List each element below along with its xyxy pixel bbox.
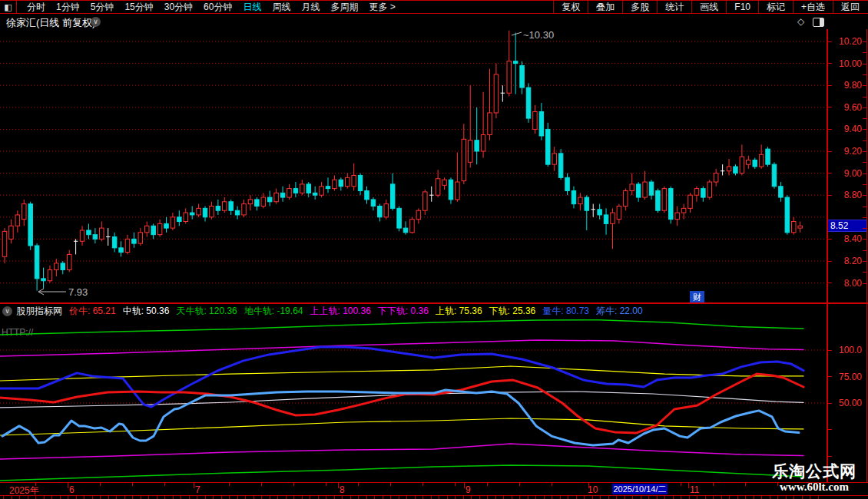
timeline-bottom-tick <box>197 496 197 499</box>
timeline-bottom-tick <box>479 496 480 499</box>
price-axis-label: 8.20 <box>844 256 862 266</box>
action-button[interactable]: 多股 <box>622 1 657 13</box>
timeline-bottom-tick <box>277 496 278 499</box>
timeline-bottom-tick <box>181 496 181 499</box>
indicator-line-天牛轨 <box>0 320 803 335</box>
indicator-chart[interactable]: HTTP:// <box>0 319 827 482</box>
indicator-axis: 100.075.0050.00 <box>827 304 868 482</box>
timeline-bottom-tick <box>689 496 690 499</box>
legend-item: 天牛轨: 120.36 <box>176 305 237 318</box>
timeline-bottom-tick <box>463 496 464 499</box>
axis-tick <box>828 173 832 173</box>
period-tab[interactable]: 月线 <box>296 1 325 14</box>
period-tab[interactable]: 周线 <box>267 1 296 14</box>
period-tab[interactable]: 60分钟 <box>198 1 237 14</box>
action-button[interactable]: F10 <box>726 1 758 13</box>
timeline-bottom-tick <box>84 496 84 499</box>
timeline-bottom-tick <box>616 496 617 499</box>
action-button[interactable]: 统计 <box>657 1 691 13</box>
timeline-bottom-tick <box>439 496 439 499</box>
timeline-tick-major <box>194 483 194 488</box>
period-tab[interactable]: 30分钟 <box>159 1 198 14</box>
axis-tick <box>828 129 832 130</box>
period-tab[interactable]: 5分钟 <box>85 1 120 14</box>
timeline-bottom-tick <box>576 496 577 499</box>
timeline-bottom-tick <box>245 496 246 499</box>
timeline-tick-minor <box>552 483 552 486</box>
indicator-axis-label: 100.0 <box>839 345 862 355</box>
timeline-bottom-tick <box>519 496 520 499</box>
timeline-bottom-tick <box>221 496 222 499</box>
period-tab[interactable]: 多周期 <box>325 1 363 14</box>
period-tab[interactable]: 更多 > <box>363 1 400 14</box>
price-axis: 8.52 10.2010.009.809.609.409.209.008.808… <box>827 29 868 304</box>
axis-tick <box>828 283 832 283</box>
diamond-icon[interactable]: ◇ <box>797 16 804 27</box>
timeline-bottom-tick <box>92 496 93 499</box>
timeline-bottom-tick <box>342 496 343 499</box>
timeline-tick-minor <box>100 483 101 486</box>
timeline-bottom-tick <box>68 496 68 499</box>
timeline-bottom-tick <box>261 496 262 499</box>
timeline-bottom-tick <box>673 496 674 499</box>
timeline-label: 9 <box>465 484 471 495</box>
candlestick-chart[interactable]: ~10.307.93财 <box>0 29 827 304</box>
timeline-tick-minor <box>326 483 326 486</box>
layout-icon[interactable]: ◧ <box>0 1 17 13</box>
period-tab[interactable]: 1分钟 <box>51 1 85 14</box>
chevron-down-icon[interactable]: ∨ <box>91 17 101 27</box>
top-toolbar: ◧ 分时1分钟5分钟15分钟30分钟60分钟日线周线月线多周期更多 > 复权叠加… <box>0 0 868 14</box>
timeline-bottom-tick <box>12 496 12 499</box>
timeline-tick-minor <box>455 483 456 486</box>
timeline-bottom-tick <box>544 496 545 499</box>
last-price-box: 8.52 <box>827 220 867 232</box>
timeline-bottom-tick <box>624 496 625 499</box>
timeline-bottom-tick <box>786 496 787 499</box>
timeline-bottom-tick <box>568 496 568 499</box>
period-menu: 分时1分钟5分钟15分钟30分钟60分钟日线周线月线多周期更多 > <box>17 1 401 14</box>
timeline-bottom-tick <box>100 496 101 499</box>
period-tab[interactable]: 分时 <box>22 1 51 14</box>
timeline-tick-major <box>338 483 339 488</box>
price-axis-label: 9.80 <box>844 80 862 91</box>
indicator-line-筹牛 <box>2 390 799 445</box>
timeline-bottom-tick <box>600 496 601 499</box>
price-axis-label: 10.00 <box>839 58 862 69</box>
action-button[interactable]: 标记 <box>758 1 793 13</box>
axis-tick <box>828 350 832 351</box>
svg-text:7.93: 7.93 <box>68 286 88 298</box>
timeline-tick-minor <box>422 483 423 486</box>
timeline-bottom-tick <box>632 496 633 499</box>
action-button[interactable]: +自选 <box>793 1 833 13</box>
action-button[interactable]: 返回 <box>833 1 867 13</box>
timeline-label: 2025年 <box>9 484 39 497</box>
panel-toggle-icon[interactable] <box>813 18 824 27</box>
timeline-bottom-tick <box>51 496 52 499</box>
timeline-bottom-tick <box>132 496 133 499</box>
timeline-bottom-tick <box>754 496 754 499</box>
timeline-bottom-tick <box>334 496 335 499</box>
timeline-bottom-tick <box>229 496 230 499</box>
timeline-bottom-tick <box>19 496 20 499</box>
axis-tick <box>828 376 832 377</box>
period-tab[interactable]: 15分钟 <box>119 1 158 14</box>
timeline-bottom-tick <box>60 496 61 499</box>
timeline-tick-minor <box>261 483 262 486</box>
collapse-chevron-icon[interactable]: ∨ <box>2 306 12 316</box>
indicator-axis-label: 50.00 <box>839 398 862 408</box>
timeline-bottom-tick <box>237 496 238 499</box>
timeline-bottom-tick <box>818 496 819 499</box>
right-edge-line <box>866 29 867 482</box>
period-tab[interactable]: 日线 <box>237 1 267 14</box>
timeline-bottom-tick <box>35 496 36 499</box>
axis-tick <box>828 85 832 86</box>
timeline-tick-minor <box>681 483 681 486</box>
timeline[interactable]: 2025/10/14/二 2025年67891011 <box>0 482 868 499</box>
action-button[interactable]: 复权 <box>553 1 588 13</box>
timeline-bottom-tick <box>116 496 117 499</box>
timeline-bottom-tick <box>173 496 174 499</box>
timeline-tick-major <box>688 483 689 488</box>
action-button[interactable]: 叠加 <box>588 1 622 13</box>
action-button[interactable]: 画线 <box>691 1 726 13</box>
price-axis-label: 8.00 <box>844 278 862 289</box>
